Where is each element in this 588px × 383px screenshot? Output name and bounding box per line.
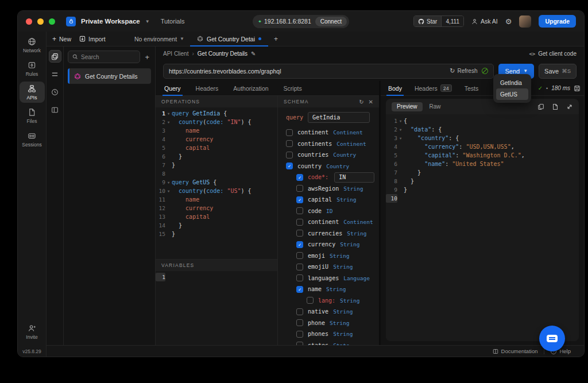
variables-editor[interactable]: 1 [156,271,277,345]
refresh-button[interactable]: ↻ Refresh [450,67,477,75]
code-line[interactable]: 9} [386,185,579,194]
edit-icon[interactable]: ✎ [251,51,256,57]
documentation-link[interactable]: Documentation [486,348,544,354]
tab-response-headers[interactable]: Headers 24 [408,81,458,95]
schema-field-capital[interactable]: ✓capitalString [278,194,374,206]
ask-ai-button[interactable]: Ask AI [471,18,498,25]
close-icon[interactable]: ✕ [369,99,373,105]
collections-icon[interactable] [49,50,61,63]
tab-scripts[interactable]: Scripts [277,81,308,95]
checkbox[interactable] [286,129,293,136]
schema-field-continent[interactable]: continentContinent [278,127,374,138]
code-line[interactable]: 5 "capital": "Washington D.C.", [386,151,579,160]
code-line[interactable]: 13 capital [156,212,277,221]
code-line[interactable]: 9▼query GetUS { [156,178,277,187]
dropdown-item-getus[interactable]: GetUS [496,88,528,100]
code-line[interactable]: 4 "currency": "USD,USN,USS", [386,142,579,151]
tab-body[interactable]: Body [382,81,408,95]
schema-field-currency[interactable]: ✓currencyString [278,239,374,250]
url-input[interactable]: https://countries.trevorblades.com/graph… [163,64,494,79]
checkbox[interactable] [296,264,303,270]
code-line[interactable]: 2▼ country(code: "IN") { [156,118,277,126]
code-line[interactable]: 8 } [386,177,579,185]
argument-value-input[interactable]: IN [334,172,374,183]
sidebar-item-apis[interactable]: APIs [20,82,45,103]
add-request-button[interactable]: + [143,53,151,61]
checkbox[interactable] [296,308,303,315]
schema-field-phone[interactable]: phoneString [278,318,374,329]
checkbox[interactable]: ✓ [296,286,303,293]
code-line[interactable]: 1▼{ [386,117,579,125]
code-line[interactable]: 1 [156,273,277,281]
code-line[interactable]: 6 } [156,152,277,161]
tab-get-country-details[interactable]: Get Country Detai [190,32,268,46]
code-line[interactable]: 3▼ "country": { [386,134,579,142]
schema-field-currencies[interactable]: currenciesString [278,228,374,239]
schema-field-code[interactable]: ✓code*:IN [278,172,374,183]
proxy-off-icon[interactable] [482,68,488,74]
window-close-button[interactable] [26,18,32,25]
code-line[interactable]: 6 "name": "United States" [386,160,579,168]
checkbox[interactable] [296,331,303,338]
checkbox[interactable] [296,230,303,237]
refresh-schema-icon[interactable]: ↻ [359,99,363,105]
save-button[interactable]: Save ⌘S [539,64,577,79]
tab-authorization[interactable]: Authorization [227,81,274,95]
workspace-switcher[interactable]: Private Workspace [81,18,140,25]
schema-field-native[interactable]: nativeString [278,306,374,318]
layout-icon[interactable] [49,103,61,116]
code-line[interactable]: 14 } [156,221,277,230]
tab-query[interactable]: Query [158,81,187,95]
checkbox[interactable]: ✓ [286,163,293,169]
code-line[interactable]: 15} [156,230,277,238]
checkbox[interactable] [296,252,303,259]
checkbox[interactable]: ✓ [296,174,303,181]
checkbox[interactable] [286,140,293,147]
code-line[interactable]: 7 } [386,168,579,177]
code-line[interactable]: 2▼ "data": { [386,125,579,134]
schema-field-lang[interactable]: lang:String [278,295,374,307]
window-minimize-button[interactable] [37,18,44,25]
code-line[interactable]: 3 name [156,126,277,135]
schema-field-countries[interactable]: countriesCountry [278,149,374,161]
checkbox[interactable]: ✓ [296,196,303,203]
schema-field-awsRegion[interactable]: awsRegionString [278,183,374,195]
schema-field-emojiU[interactable]: emojiUString [278,261,374,273]
connect-button[interactable]: Connect [315,17,347,26]
invite-button[interactable]: Invite [20,321,45,342]
code-line[interactable]: 7} [156,161,277,169]
checkbox[interactable] [307,297,314,304]
sidebar-item-files[interactable]: Files [20,105,45,126]
code-line[interactable]: 10▼ country(code: "US") { [156,187,277,195]
schema-field-country[interactable]: ✓countryCountry [278,161,374,172]
breadcrumb-root[interactable]: API Client [163,51,188,57]
github-star-button[interactable]: Star 4,111 [413,16,464,27]
tab-preview[interactable]: Preview [392,102,423,111]
gear-icon[interactable]: ⚙ [505,17,512,26]
environment-selector[interactable]: No environment ▼ [134,36,184,42]
tab-raw[interactable]: Raw [430,103,441,110]
code-line[interactable]: 10 [386,194,579,203]
chevron-down-icon[interactable]: ▼ [145,19,150,24]
checkbox[interactable] [296,207,303,214]
response-json-editor[interactable]: 1▼{2▼ "data": {3▼ "country": {4 "currenc… [386,114,579,341]
copy-icon[interactable] [537,103,544,110]
operations-editor[interactable]: 1▼query GetIndia {2▼ country(code: "IN")… [156,107,277,259]
window-zoom-button[interactable] [49,18,55,25]
code-line[interactable]: 1▼query GetIndia { [156,109,277,118]
checkbox[interactable] [286,152,293,158]
dropdown-item-getindia[interactable]: GetIndia [496,77,528,88]
search-input[interactable]: Search [68,51,140,63]
sidebar-item-rules[interactable]: Rules [20,58,45,79]
checkbox[interactable] [296,185,303,192]
download-icon[interactable] [552,103,559,110]
schema-field-code[interactable]: codeID [278,206,374,217]
schema-field-emoji[interactable]: emojiString [278,250,374,262]
checkbox[interactable] [296,274,303,281]
schema-field-phones[interactable]: phonesString [278,328,374,340]
new-tab-button[interactable]: + [268,32,284,46]
checkbox[interactable] [296,219,303,226]
save-response-icon[interactable] [574,85,581,92]
operation-name-input[interactable]: GetIndia [308,112,370,123]
tutorials-menu[interactable]: Tutorials [161,18,185,25]
